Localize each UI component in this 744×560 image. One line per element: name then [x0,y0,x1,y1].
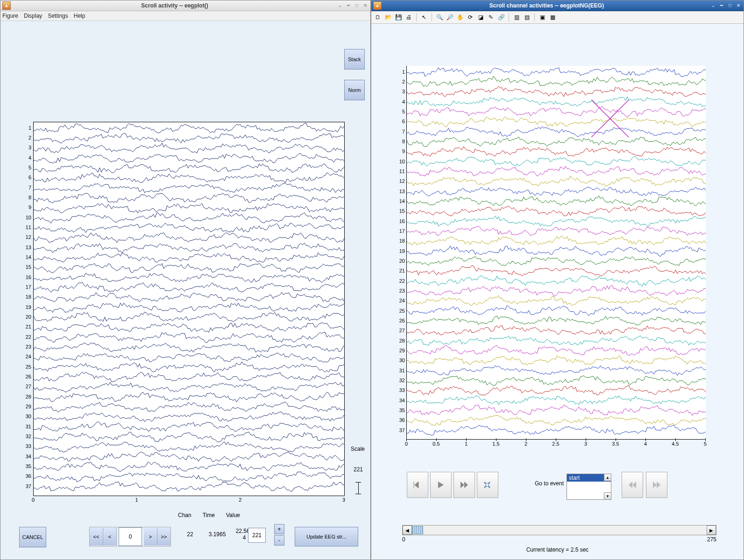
arrow-icon[interactable]: ↖ [419,13,429,22]
channel-label: 25 [26,364,31,370]
minimize-button[interactable]: ━ [718,2,725,9]
zoom-out-icon[interactable]: 🔎 [445,13,454,22]
settings-button[interactable] [477,472,498,498]
x-tick-label: 3 [342,497,345,503]
layout-2-icon[interactable]: ▦ [548,13,557,22]
collapse-button[interactable]: ⌄ [710,2,716,9]
channel-label: 12 [26,234,31,240]
right-title: Scroll channel activities -- eegplotNG(E… [383,2,710,9]
scroll-thumb[interactable] [412,526,423,534]
insert-legend-icon[interactable]: ▤ [522,13,531,22]
channel-label: 15 [26,264,31,270]
readout-row: 22 3.1965 22.564 4 [181,528,254,541]
menu-figure[interactable]: Figure [2,13,18,19]
channel-label: 5 [28,165,31,170]
nav-last-button[interactable]: >> [157,528,170,546]
stack-button[interactable]: Stack [344,49,365,70]
norm-button[interactable]: Norm [344,80,365,100]
brush-icon[interactable]: ✎ [486,13,496,22]
scale-input[interactable] [248,528,266,543]
goto-down-icon[interactable]: ▼ [604,492,611,500]
menu-help[interactable]: Help [74,13,85,19]
scale-plus-button[interactable]: + [274,524,284,534]
channel-label: 4 [28,155,31,161]
prev-event-button[interactable] [622,472,643,498]
nav-next-button[interactable]: > [144,528,157,546]
goto-event-list[interactable]: start ▲ ▼ [567,474,611,500]
channel-label: 23 [26,344,31,350]
play-button[interactable] [430,472,452,498]
scroll-track[interactable] [412,525,707,535]
zoom-in-icon[interactable]: 🔍 [435,13,444,22]
x-tick-label: 4 [644,441,647,447]
scroll-right-icon[interactable]: ▶ [707,525,716,535]
right-toolbar: 🗋 📂 💾 🖨 ↖ 🔍 🔎 ✋ ⟳ ◪ ✎ 🔗 ▥ ▤ ▣ ▦ [371,11,744,24]
nav-controls: << < > >> [89,527,171,546]
goto-up-icon[interactable]: ▲ [604,474,611,481]
x-tick-label: 3 [584,441,587,447]
menu-display[interactable]: Display [24,13,42,19]
svg-point-2 [486,483,489,486]
x-tick-label: 2 [524,441,527,447]
left-plot[interactable] [33,122,345,496]
channel-label: 37 [26,483,31,489]
channel-label: 8 [402,139,405,144]
channel-label: 11 [399,168,405,174]
channel-label: 35 [26,463,31,469]
step-back-button[interactable] [407,472,428,498]
channel-label: 29 [399,348,405,353]
channel-label: 11 [26,224,31,230]
next-event-button[interactable] [646,472,667,498]
update-button[interactable]: Update EEG str... [295,527,358,546]
time-scrollbar[interactable]: ◀ ▶ [402,525,716,535]
link-icon[interactable]: 🔗 [496,13,506,22]
menu-settings[interactable]: Settings [48,13,68,19]
nav-prev-button[interactable]: < [103,528,117,546]
channel-label: 15 [399,208,405,214]
channel-label: 20 [399,258,405,264]
channel-label: 14 [399,198,405,204]
left-titlebar[interactable]: ▲ Scroll activity -- eegplot() ⌄ ━ □ ✕ [0,0,370,11]
readout-chan: 22 [181,531,199,538]
channel-label: 10 [26,215,31,220]
collapse-button[interactable]: ⌄ [337,2,343,9]
layout-1-icon[interactable]: ▣ [538,13,547,22]
close-button[interactable]: ✕ [735,2,742,9]
close-button[interactable]: ✕ [362,2,368,9]
cancel-button[interactable]: CANCEL [19,527,46,547]
channel-label: 7 [28,185,31,190]
channel-label: 7 [402,129,405,134]
right-x-axis: 00.511.522.533.544.55 [406,441,705,448]
channel-label: 19 [26,304,31,310]
new-file-icon[interactable]: 🗋 [373,13,383,22]
x-tick-label: 0 [32,497,35,503]
right-titlebar[interactable]: ▲ Scroll channel activities -- eegplotNG… [371,0,744,11]
goto-label: Go to event [535,480,564,487]
nav-first-button[interactable]: << [90,528,103,546]
insert-colorbar-icon[interactable]: ▥ [512,13,521,22]
x-tick-label: 1 [465,441,468,447]
minimize-button[interactable]: ━ [345,2,352,9]
position-input[interactable] [119,527,142,546]
print-icon[interactable]: 🖨 [404,13,413,22]
open-file-icon[interactable]: 📂 [383,13,393,22]
rotate-icon[interactable]: ⟳ [466,13,475,22]
data-cursor-icon[interactable]: ◪ [476,13,485,22]
left-window: ▲ Scroll activity -- eegplot() ⌄ ━ □ ✕ F… [0,0,371,560]
channel-label: 35 [399,407,405,413]
save-icon[interactable]: 💾 [394,13,403,22]
channel-label: 29 [26,404,31,409]
right-plot[interactable] [406,66,706,440]
scale-minus-button[interactable]: - [274,535,284,546]
channel-label: 32 [26,434,31,439]
maximize-button[interactable]: □ [354,2,360,9]
maximize-button[interactable]: □ [727,2,733,9]
x-tick-label: 2.5 [552,441,559,447]
scroll-left-icon[interactable]: ◀ [403,525,412,535]
channel-label: 20 [26,314,31,320]
scale-readout: 221 [354,466,363,473]
channel-label: 6 [402,119,405,124]
pan-icon[interactable]: ✋ [455,13,465,22]
channel-label: 1 [402,69,405,75]
fast-forward-button[interactable] [453,472,475,498]
